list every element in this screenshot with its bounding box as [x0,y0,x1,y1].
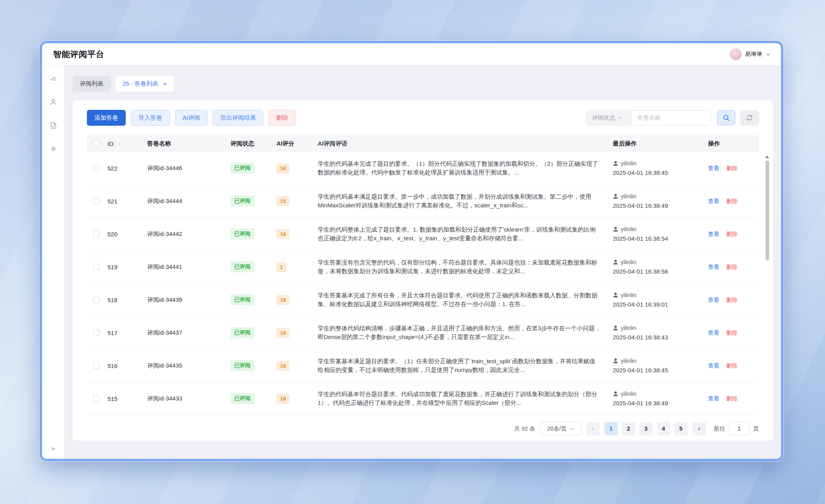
score-badge: 18 [276,361,290,371]
row-last-operation: yilinlin 2025-04-01 16:38:49 [613,193,708,209]
answer-name-input[interactable] [632,111,710,125]
delete-link[interactable]: 删除 [726,395,738,402]
tab-review-list[interactable]: 评阅列表 [73,76,111,92]
view-link[interactable]: 查看 [708,197,719,205]
page-button-4[interactable]: 4 [657,422,670,435]
scrollbar-up-arrow[interactable] [765,153,769,158]
operation-time: 2025-04-01 16:38:54 [613,235,708,242]
view-link[interactable]: 查看 [708,329,719,337]
review-status-select[interactable]: 评阅状态 [587,111,632,125]
row-checkbox[interactable] [93,297,100,303]
row-answer-name: 评阅id-34433 [147,395,230,402]
tab-label: 25 - 答卷列表 [123,76,158,92]
operator-name: yilinlin [621,193,637,199]
row-checkbox[interactable] [93,165,100,171]
app-title: 智能评阅平台 [53,49,104,60]
person-icon [613,161,618,166]
table-scrollbar[interactable] [765,153,769,415]
table-row: 520 评阅id-34442 已评阅 18 学生的代码整体上完成了题目要求。1.… [87,218,759,251]
view-link[interactable]: 查看 [708,230,719,238]
page-button-1[interactable]: 1 [604,422,618,435]
view-link[interactable]: 查看 [708,362,719,370]
close-icon[interactable]: × [163,81,167,87]
page-size-value: 20条/页 [547,425,566,433]
delete-link[interactable]: 删除 [726,165,738,172]
score-badge: 15 [276,196,290,206]
row-checkbox[interactable] [93,395,100,402]
user-icon[interactable] [50,98,57,106]
operation-time: 2025-04-01 16:38:49 [613,400,708,406]
row-checkbox[interactable] [93,330,100,336]
tab-label: 评阅列表 [80,76,104,92]
delete-link[interactable]: 删除 [726,296,738,304]
user-menu[interactable]: 易琳琳 [730,48,771,60]
export-results-button[interactable]: 导出评阅结果 [213,110,263,126]
page-button-2[interactable]: 2 [622,422,635,435]
operation-time: 2025-04-01 16:38:45 [613,367,708,374]
operator-name: yilinlin [621,358,637,364]
refresh-button[interactable] [741,110,759,125]
score-badge: 18 [276,229,290,239]
row-checkbox[interactable] [93,362,100,369]
page-button-5[interactable]: 5 [674,422,688,435]
operation-time: 2025-04-01 16:38:56 [613,268,708,275]
ai-review-button[interactable]: AI评阅 [175,110,207,126]
page-size-select[interactable]: 20条/页 [540,422,581,435]
app-window: 智能评阅平台 易琳琳 [40,41,783,461]
row-ai-comment: 学生的代码基本完成了题目的要求。（1）部分代码正确实现了数据集的加载和切分。（2… [318,159,613,177]
filter-group: 评阅状态 [586,110,711,125]
import-answer-button[interactable]: 导入答卷 [131,110,170,126]
row-ai-comment: 学生答案基本满足题目的要求。（1）任务部分正确使用了`train_test_sp… [318,357,613,374]
next-page-button[interactable]: › [693,422,706,435]
operator-name: yilinlin [621,226,637,232]
view-link[interactable]: 查看 [708,165,719,172]
tab-bar: 评阅列表 25 - 答卷列表 × [73,76,773,92]
row-ai-comment: 学生答案基本完成了所有任务，并且大体符合题目要求。代码使用了正确的库和函数来载入… [318,291,613,309]
view-link[interactable]: 查看 [708,395,719,402]
row-checkbox[interactable] [93,231,100,237]
row-ai-comment: 学生的代码基本符合题目要求。代码成功加载了鸢尾花数据集，并正确进行了训练集和测试… [318,390,613,407]
row-id: 520 [107,231,147,238]
row-id: 519 [107,264,147,270]
row-checkbox[interactable] [93,198,100,204]
score-badge: 18 [276,163,290,173]
delete-link[interactable]: 删除 [726,230,738,238]
row-id: 515 [107,395,147,402]
document-check-icon[interactable] [50,122,57,129]
operation-time: 2025-04-01 16:38:43 [613,334,708,341]
delete-link[interactable]: 删除 [726,329,738,337]
select-all-checkbox[interactable] [93,140,100,147]
delete-link[interactable]: 删除 [726,197,738,205]
goto-page-input[interactable] [729,422,750,435]
chevron-down-icon [570,427,574,430]
table-row: 518 评阅id-34439 已评阅 18 学生答案基本完成了所有任务，并且大体… [87,284,759,316]
delete-link[interactable]: 删除 [726,362,738,370]
review-checklist-icon[interactable] [50,75,57,82]
row-ai-comment: 学生答案没有包含完整的代码，仅有部分结构，不符合题目要求。具体问题包括：未加载鸢… [318,258,613,276]
prev-page-button[interactable]: ‹ [586,422,600,435]
row-answer-name: 评阅id-34439 [147,296,230,304]
person-icon [613,226,618,232]
settings-gear-icon[interactable] [50,145,57,153]
review-status-placeholder: 评阅状态 [592,114,615,122]
add-answer-button[interactable]: 添加答卷 [87,110,126,126]
view-link[interactable]: 查看 [708,296,719,304]
page-button-3[interactable]: 3 [639,422,653,435]
refresh-icon [746,114,753,121]
scrollbar-thumb[interactable] [766,161,769,261]
sidebar-expand-icon[interactable]: » [51,445,55,452]
row-ai-comment: 学生的代码整体上完成了题目要求。1. 数据集的加载和划分正确使用了'sklear… [318,225,613,243]
row-answer-name: 评阅id-34446 [147,165,230,172]
delete-button[interactable]: 删除 [269,110,295,126]
person-icon [613,259,618,265]
row-id: 522 [107,165,147,172]
tab-answer-sheet-list[interactable]: 25 - 答卷列表 × [115,76,174,92]
search-button[interactable] [717,110,735,125]
view-link[interactable]: 查看 [708,263,719,271]
row-ai-comment: 学生的整体代码结构清晰，步骤基本正确，并且适用了正确的库和方法。然而，在第3步中… [318,324,613,341]
delete-link[interactable]: 删除 [726,263,738,271]
row-checkbox[interactable] [93,264,100,270]
avatar[interactable] [730,48,742,60]
table-row: 515 评阅id-34433 已评阅 18 学生的代码基本符合题目要求。代码成功… [87,382,759,415]
table-header-row: ID 答卷名称 评阅状态 AI评分 AI评阅评语 最后操作 操作 [87,135,759,152]
